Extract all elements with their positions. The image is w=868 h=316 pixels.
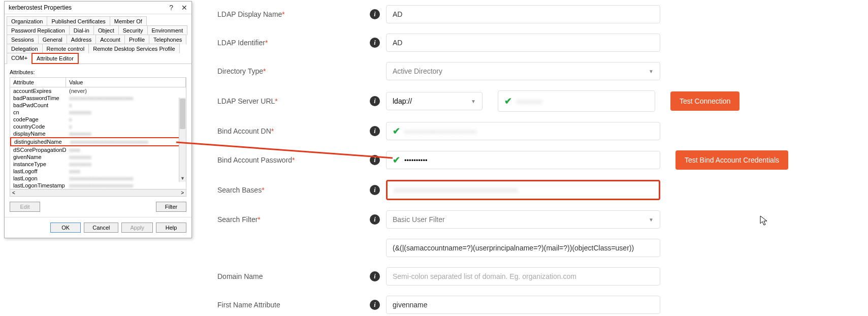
table-row[interactable]: dSCorePropagationD...xxxx xyxy=(10,146,186,153)
attribute-rows[interactable]: accountExpires(never)badPasswordTimexxxx… xyxy=(10,87,186,189)
bind-dn-input[interactable]: ✔ xxxxxxxxxxxxxxxxxxxxxx xyxy=(386,122,660,140)
filter-expression-input[interactable] xyxy=(386,239,660,257)
apply-button[interactable]: Apply xyxy=(121,223,153,233)
table-row[interactable]: lastLogoffxxxx xyxy=(10,168,186,175)
search-filter-select[interactable]: Basic User Filter ▼ xyxy=(386,210,660,229)
first-name-attr-label: First Name Attribute xyxy=(217,301,280,309)
attribute-value: xxxxxxxxxxxxxxxxxxxxxxx xyxy=(66,182,186,189)
table-row[interactable]: codePagex xyxy=(10,116,186,123)
info-icon[interactable]: i xyxy=(370,155,380,165)
attribute-name: instanceType xyxy=(10,161,66,168)
ldap-display-label: LDAP Display Name xyxy=(217,10,282,18)
tab-remote-desktop-profile[interactable]: Remote Desktop Services Profile xyxy=(88,44,179,53)
info-icon[interactable]: i xyxy=(370,96,380,106)
scroll-right-arrow[interactable]: > xyxy=(181,190,184,196)
close-icon[interactable]: ✕ xyxy=(181,4,187,12)
table-row[interactable]: distinguishedNamexxxxxxxxxxxxxxxxxxxxxxx… xyxy=(10,137,186,146)
attribute-name: dSCorePropagationD... xyxy=(10,146,66,153)
table-row[interactable]: lastLogonTimestampxxxxxxxxxxxxxxxxxxxxxx… xyxy=(10,182,186,189)
tab-profile[interactable]: Profile xyxy=(124,35,149,44)
col-header-value[interactable]: Value xyxy=(66,78,186,87)
tab-password-replication[interactable]: Password Replication xyxy=(7,25,70,35)
directory-type-select[interactable]: Active Directory ▼ xyxy=(386,62,660,80)
info-icon[interactable]: i xyxy=(370,300,380,310)
table-row[interactable]: instanceTypexxxxxxxx xyxy=(10,161,186,168)
ldap-identifier-input[interactable] xyxy=(386,34,660,52)
tab-dial-in[interactable]: Dial-in xyxy=(69,25,94,35)
col-header-attribute[interactable]: Attribute xyxy=(10,78,66,87)
attribute-name: badPasswordTime xyxy=(10,94,66,102)
check-icon: ✔ xyxy=(393,154,400,166)
directory-type-value: Active Directory xyxy=(393,67,442,75)
attribute-value: xxxx xyxy=(66,168,186,175)
scroll-left-arrow[interactable]: < xyxy=(12,190,15,196)
ldap-display-input[interactable] xyxy=(386,5,660,23)
filter-button[interactable]: Filter xyxy=(156,202,186,212)
table-row[interactable]: badPwdCountx xyxy=(10,102,186,109)
url-scheme-select[interactable]: ldap:// ▼ xyxy=(386,92,483,110)
info-icon[interactable]: i xyxy=(370,126,380,136)
directory-type-label: Directory Type xyxy=(217,67,263,75)
test-connection-button[interactable]: Test Connection xyxy=(670,91,740,111)
info-icon[interactable]: i xyxy=(370,214,380,225)
tab-telephones[interactable]: Telephones xyxy=(149,35,186,44)
scroll-down-arrow[interactable]: ▼ xyxy=(180,176,185,182)
attribute-value: x xyxy=(66,123,186,130)
cancel-button[interactable]: Cancel xyxy=(84,223,118,233)
info-icon[interactable]: i xyxy=(370,271,380,281)
tab-published-certificates[interactable]: Published Certificates xyxy=(47,16,110,26)
ok-button[interactable]: OK xyxy=(50,223,81,233)
tab-general[interactable]: General xyxy=(38,35,67,44)
domain-name-input[interactable] xyxy=(386,267,660,286)
scroll-thumb[interactable] xyxy=(180,99,185,129)
table-row[interactable]: countryCodex xyxy=(10,123,186,130)
tab-organization[interactable]: Organization xyxy=(7,16,47,26)
url-scheme-value: ldap:// xyxy=(393,97,412,105)
info-icon[interactable]: i xyxy=(370,185,380,195)
bind-pw-label: Bind Account Password xyxy=(217,156,292,164)
table-row[interactable]: badPasswordTimexxxxxxxxxxxxxxxxxxxxxxx xyxy=(10,94,186,102)
attribute-value: xxxxxxxx xyxy=(66,161,186,168)
attribute-name: codePage xyxy=(10,116,66,123)
first-name-attr-input[interactable] xyxy=(386,296,660,314)
attribute-value: xxxx xyxy=(66,146,186,153)
server-url-input[interactable]: ✔ xxxxxxxx xyxy=(498,90,655,112)
info-icon[interactable]: i xyxy=(370,38,380,48)
tab-address[interactable]: Address xyxy=(67,35,96,44)
domain-name-label: Domain Name xyxy=(217,272,263,280)
bind-pw-input[interactable]: ✔ •••••••••• xyxy=(386,151,660,169)
info-icon[interactable]: i xyxy=(370,9,380,19)
help-icon[interactable]: ? xyxy=(169,4,173,12)
search-bases-input[interactable]: xxxxxxxxxxxxxxxxxxxxxxxxxxxxxxxxxxx xyxy=(386,180,660,200)
tab-com-plus[interactable]: COM+ xyxy=(7,53,32,64)
tab-delegation[interactable]: Delegation xyxy=(7,44,43,53)
attribute-value: xxxxxxxxxxxxxxxxxxxxxxx xyxy=(66,94,186,102)
table-row[interactable]: accountExpires(never) xyxy=(10,87,186,94)
table-row[interactable]: displayNamexxxxxxxx xyxy=(10,130,186,137)
attribute-name: givenName xyxy=(10,153,66,161)
tab-sessions[interactable]: Sessions xyxy=(7,35,39,44)
bind-dn-label: Bind Account DN xyxy=(217,127,271,135)
help-button[interactable]: Help xyxy=(156,223,186,233)
attribute-value: xxxxxxxx xyxy=(66,153,186,161)
horizontal-scrollbar[interactable]: < > xyxy=(10,189,186,196)
test-bind-button[interactable]: Test Bind Account Credentials xyxy=(676,150,788,170)
tab-environment[interactable]: Environment xyxy=(147,25,188,35)
attribute-name: lastLogoff xyxy=(10,168,66,175)
attribute-name: cn xyxy=(10,109,66,116)
table-row[interactable]: lastLogonxxxxxxxxxxxxxxxxxxxxxxx xyxy=(10,175,186,182)
table-row[interactable]: cnxxxxxxxx xyxy=(10,109,186,116)
attribute-value: xxxxxxxx xyxy=(66,109,186,116)
tab-object[interactable]: Object xyxy=(93,25,119,35)
tab-member-of[interactable]: Member Of xyxy=(110,16,147,26)
server-url-value: xxxxxxxx xyxy=(516,98,542,105)
ldap-form: LDAP Display Name* i LDAP Identifier* i … xyxy=(217,5,863,316)
edit-button[interactable]: Edit xyxy=(10,202,40,212)
properties-dialog: kerberostest Properties ? ✕ Organization… xyxy=(4,1,192,238)
tab-account[interactable]: Account xyxy=(95,35,125,44)
tab-security[interactable]: Security xyxy=(118,25,148,35)
table-row[interactable]: givenNamexxxxxxxx xyxy=(10,153,186,161)
vertical-scrollbar[interactable]: ▲ ▼ xyxy=(179,98,186,182)
tab-attribute-editor[interactable]: Attribute Editor xyxy=(31,53,79,64)
tab-remote-control[interactable]: Remote control xyxy=(42,44,89,53)
